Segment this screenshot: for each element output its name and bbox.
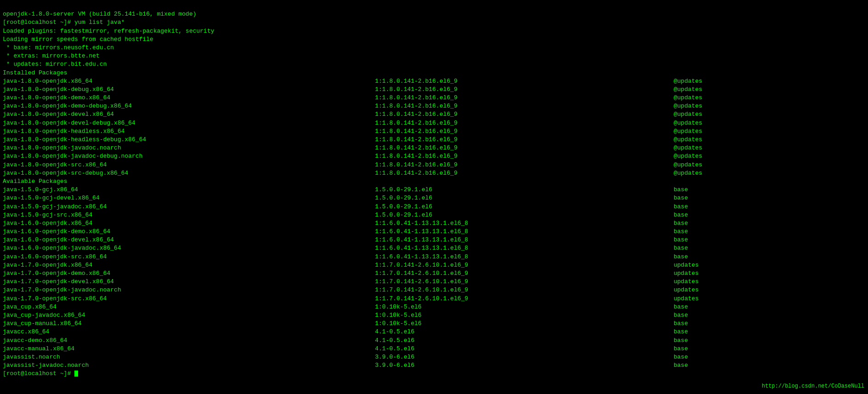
terminal-line: java-1.7.0-openjdk-src.x86_641:1.7.0.141… [3,295,865,303]
terminal-line: java-1.8.0-openjdk-javadoc-debug.noarch1… [3,152,865,160]
package-repo: base [674,361,865,370]
package-name: java-1.8.0-openjdk-debug.x86_64 [3,86,375,94]
terminal-line: * updates: mirror.bit.edu.cn [3,60,865,69]
terminal-line: openjdk-1.8.0-server VM (build 25.141-b1… [3,10,865,18]
package-repo: base [674,211,865,219]
terminal-line: [root@localhost ~]# yum list java* [3,18,865,27]
terminal-line: * base: mirrors.neusoft.edu.cn [3,44,865,52]
package-version: 1:1.8.0.141-2.b16.el6_9 [375,144,674,152]
package-name: javacc.x86_64 [3,328,375,336]
package-name: java-1.7.0-openjdk-src.x86_64 [3,295,375,303]
package-name: java_cup.x86_64 [3,303,375,311]
package-name: java-1.8.0-openjdk-javadoc.noarch [3,144,375,152]
terminal-line: javacc.x86_644.1-0.5.el6base [3,328,865,336]
package-version: 1:1.7.0.141-2.6.10.1.el6_9 [375,269,674,278]
terminal-line: java-1.5.0-gcj-javadoc.x86_641.5.0.0-29.… [3,203,865,211]
package-name: javacc-demo.x86_64 [3,337,375,345]
terminal-line: java-1.7.0-openjdk-demo.x86_641:1.7.0.14… [3,269,865,278]
terminal-line: [root@localhost ~]# [3,370,865,378]
package-name: java-1.7.0-openjdk-javadoc.noarch [3,286,375,294]
package-repo: updates [674,269,865,278]
package-repo: base [674,244,865,252]
package-version: 1:1.7.0.141-2.6.10.1.el6_9 [375,278,674,286]
watermark: http://blog.csdn.net/CoDaseNull [762,383,864,390]
package-name: java-1.8.0-openjdk-demo.x86_64 [3,94,375,102]
package-name: java-1.6.0-openjdk.x86_64 [3,219,375,228]
package-repo: base [674,337,865,345]
package-version: 4.1-0.5.el6 [375,337,674,345]
terminal-line: java_cup-javadoc.x86_641:0.10k-5.el6base [3,311,865,320]
package-repo: @updates [674,119,865,127]
terminal-line: javacc-demo.x86_644.1-0.5.el6base [3,337,865,345]
package-repo: updates [674,278,865,286]
package-version: 1:1.6.0.41-1.13.13.1.el6_8 [375,228,674,236]
package-name: java-1.7.0-openjdk-devel.x86_64 [3,278,375,286]
package-repo: updates [674,286,865,294]
package-repo: @updates [674,94,865,102]
terminal-line: java-1.8.0-openjdk-headless-debug.x86_64… [3,136,865,144]
package-name: java-1.5.0-gcj-javadoc.x86_64 [3,203,375,211]
package-name: java_cup-manual.x86_64 [3,320,375,328]
package-version: 1:1.8.0.141-2.b16.el6_9 [375,77,674,86]
terminal-line: Loaded plugins: fastestmirror, refresh-p… [3,27,865,35]
package-version: 1:1.8.0.141-2.b16.el6_9 [375,127,674,136]
package-version: 4.1-0.5.el6 [375,345,674,353]
terminal-line: java-1.7.0-openjdk-devel.x86_641:1.7.0.1… [3,278,865,286]
terminal-line: Loading mirror speeds from cached hostfi… [3,35,865,44]
package-name: javassist-javadoc.noarch [3,361,375,370]
terminal-line: java-1.5.0-gcj-src.x86_641.5.0.0-29.1.el… [3,211,865,219]
terminal-line: java-1.8.0-openjdk-debug.x86_641:1.8.0.1… [3,86,865,94]
terminal-line: java-1.8.0-openjdk-src-debug.x86_641:1.8… [3,169,865,177]
package-name: java-1.8.0-openjdk-src-debug.x86_64 [3,169,375,177]
package-version: 3.9.0-6.el6 [375,353,674,361]
terminal-line: java-1.5.0-gcj-devel.x86_641.5.0.0-29.1.… [3,194,865,202]
package-name: java-1.8.0-openjdk-devel.x86_64 [3,110,375,119]
package-repo: base [674,328,865,336]
package-version: 1:1.7.0.141-2.6.10.1.el6_9 [375,295,674,303]
package-version: 1:1.8.0.141-2.b16.el6_9 [375,152,674,160]
package-version: 1:0.10k-5.el6 [375,303,674,311]
terminal-line: javacc-manual.x86_644.1-0.5.el6base [3,345,865,353]
terminal-window: openjdk-1.8.0-server VM (build 25.141-b1… [0,0,868,380]
package-repo: updates [674,295,865,303]
package-repo: base [674,219,865,228]
terminal-line: java_cup-manual.x86_641:0.10k-5.el6base [3,320,865,328]
package-name: java-1.8.0-openjdk.x86_64 [3,77,375,86]
package-version: 1.5.0.0-29.1.el6 [375,211,674,219]
terminal-line: java-1.6.0-openjdk-javadoc.x86_641:1.6.0… [3,244,865,252]
terminal-line: java-1.8.0-openjdk-devel-debug.x86_641:1… [3,119,865,127]
package-repo: @updates [674,86,865,94]
package-name: java-1.6.0-openjdk-javadoc.x86_64 [3,244,375,252]
package-name: java-1.8.0-openjdk-src.x86_64 [3,161,375,169]
package-version: 3.9.0-6.el6 [375,361,674,370]
package-repo: @updates [674,102,865,110]
terminal-line: java-1.8.0-openjdk-javadoc.noarch1:1.8.0… [3,144,865,152]
package-version: 1:0.10k-5.el6 [375,320,674,328]
package-repo: base [674,303,865,311]
package-repo: @updates [674,144,865,152]
package-name: java-1.6.0-openjdk-src.x86_64 [3,253,375,261]
terminal-line: java-1.8.0-openjdk-demo-debug.x86_641:1.… [3,102,865,110]
package-version: 1.5.0.0-29.1.el6 [375,203,674,211]
package-version: 1:1.8.0.141-2.b16.el6_9 [375,161,674,169]
package-version: 1.5.0.0-29.1.el6 [375,186,674,194]
terminal-line: javassist.noarch3.9.0-6.el6base [3,353,865,361]
package-name: java-1.8.0-openjdk-demo-debug.x86_64 [3,102,375,110]
package-version: 4.1-0.5.el6 [375,328,674,336]
package-repo: updates [674,261,865,269]
package-name: java-1.8.0-openjdk-headless-debug.x86_64 [3,136,375,144]
package-name: javacc-manual.x86_64 [3,345,375,353]
package-repo: base [674,345,865,353]
package-repo: base [674,353,865,361]
terminal-line: java-1.8.0-openjdk-demo.x86_641:1.8.0.14… [3,94,865,102]
package-version: 1:1.6.0.41-1.13.13.1.el6_8 [375,236,674,244]
terminal-line: java-1.6.0-openjdk.x86_641:1.6.0.41-1.13… [3,219,865,228]
package-repo: base [674,311,865,320]
package-version: 1:1.8.0.141-2.b16.el6_9 [375,102,674,110]
package-repo: base [674,320,865,328]
package-version: 1:1.6.0.41-1.13.13.1.el6_8 [375,253,674,261]
package-name: java_cup-javadoc.x86_64 [3,311,375,320]
package-name: javassist.noarch [3,353,375,361]
terminal-line: java-1.7.0-openjdk.x86_641:1.7.0.141-2.6… [3,261,865,269]
package-name: java-1.5.0-gcj-devel.x86_64 [3,194,375,202]
